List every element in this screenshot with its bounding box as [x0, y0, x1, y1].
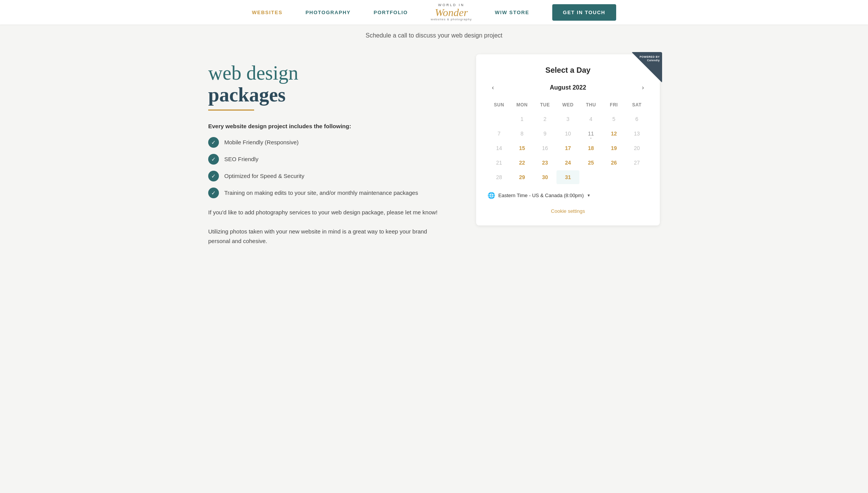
- nav-portfolio[interactable]: PORTFOLIO: [374, 10, 408, 15]
- calendar-day-3: 3: [556, 112, 579, 126]
- calendar-week-2: 7 8 9 10 11 12 13: [488, 127, 648, 140]
- calendar-day-5: 5: [602, 112, 625, 126]
- calendar-day-31[interactable]: 31: [556, 170, 579, 184]
- navigation: WEBSITES PHOTOGRAPHY PORTFOLIO WORLD IN …: [0, 0, 868, 24]
- month-label: August 2022: [550, 84, 586, 91]
- dropdown-arrow-icon: ▼: [587, 193, 591, 198]
- calendar-week-4: 21 22 23 24 25 26 27: [488, 156, 648, 170]
- day-header-sun: SUN: [488, 101, 511, 109]
- feature-item-2: ✓ SEO Friendly: [208, 154, 445, 165]
- calendar-day-25[interactable]: 25: [579, 156, 602, 170]
- check-icon-2: ✓: [208, 154, 219, 165]
- get-in-touch-button[interactable]: GET IN TOUCH: [552, 4, 616, 21]
- calendly-badge-text: POWERED BY Calendly: [639, 55, 660, 62]
- calendar-day-18[interactable]: 18: [579, 141, 602, 155]
- calendar-day-11: 11: [579, 127, 602, 140]
- main-content: web design packages Every website design…: [185, 39, 683, 261]
- day-header-wed: WED: [556, 101, 579, 109]
- calendar-day-23[interactable]: 23: [534, 156, 556, 170]
- calendar-nav: ‹ August 2022 ›: [488, 82, 648, 93]
- left-panel: web design packages Every website design…: [208, 54, 445, 246]
- calendar-day-12[interactable]: 12: [602, 127, 625, 140]
- feature-item-3: ✓ Optimized for Speed & Security: [208, 171, 445, 181]
- nav-websites[interactable]: WEBSITES: [252, 10, 282, 15]
- features-title: Every website design project includes th…: [208, 123, 445, 129]
- calendar-day-7: 7: [488, 127, 511, 140]
- calendar-week-5: 28 29 30 31: [488, 170, 648, 184]
- day-header-thu: THU: [579, 101, 602, 109]
- calendar-grid: SUN MON TUE WED THU FRI SAT 1 2 3 4: [488, 101, 648, 184]
- calendar-day-empty-3: [625, 170, 648, 184]
- calendar-day-14: 14: [488, 141, 511, 155]
- cookie-settings-link[interactable]: Cookie settings: [488, 208, 648, 214]
- calendar-week-3: 14 15 16 17 18 19 20: [488, 141, 648, 155]
- calendar-day-1: 1: [511, 112, 534, 126]
- next-month-button[interactable]: ›: [638, 82, 648, 93]
- body-text-2: Utilizing photos taken with your new web…: [208, 227, 445, 246]
- calendar-day-6: 6: [625, 112, 648, 126]
- schedule-subtitle: Schedule a call to discuss your web desi…: [365, 32, 503, 39]
- check-icon-4: ✓: [208, 188, 219, 198]
- calendar-container: POWERED BY Calendly Select a Day ‹ Augus…: [476, 54, 660, 225]
- calendar-weeks: 1 2 3 4 5 6 7 8 9 10 11 12: [488, 112, 648, 184]
- site-logo: WORLD IN Wonder websites & photography: [431, 3, 472, 21]
- calendar-day-20: 20: [625, 141, 648, 155]
- day-headers: SUN MON TUE WED THU FRI SAT: [488, 101, 648, 109]
- heading-underline: [208, 109, 254, 111]
- calendar-day-30[interactable]: 30: [534, 170, 556, 184]
- calendar-day-29[interactable]: 29: [511, 170, 534, 184]
- timezone-row: 🌐 Eastern Time - US & Canada (8:00pm) ▼: [488, 192, 648, 199]
- prev-month-button[interactable]: ‹: [488, 82, 498, 93]
- check-icon-1: ✓: [208, 137, 219, 148]
- feature-text-3: Optimized for Speed & Security: [224, 171, 304, 180]
- calendar-day-2: 2: [534, 112, 556, 126]
- calendar-day-9: 9: [534, 127, 556, 140]
- globe-icon: 🌐: [488, 192, 495, 199]
- calendar-day-4: 4: [579, 112, 602, 126]
- calendar-day-13: 13: [625, 127, 648, 140]
- feature-text-2: SEO Friendly: [224, 154, 258, 163]
- nav-photography[interactable]: PHOTOGRAPHY: [305, 10, 351, 15]
- calendar-day-21: 21: [488, 156, 511, 170]
- feature-text-1: Mobile Friendly (Responsive): [224, 137, 299, 146]
- page-heading: web design packages: [208, 62, 445, 111]
- calendar-day-empty-2: [602, 170, 625, 184]
- calendar-day-10: 10: [556, 127, 579, 140]
- calendar-day-28: 28: [488, 170, 511, 184]
- right-panel: POWERED BY Calendly Select a Day ‹ Augus…: [476, 54, 660, 246]
- calendar-day-27: 27: [625, 156, 648, 170]
- calendar-day-16: 16: [534, 141, 556, 155]
- feature-item-1: ✓ Mobile Friendly (Responsive): [208, 137, 445, 148]
- day-header-mon: MON: [511, 101, 534, 109]
- heading-line2: packages: [208, 84, 445, 106]
- calendar-day-15[interactable]: 15: [511, 141, 534, 155]
- check-icon-3: ✓: [208, 171, 219, 181]
- calendar-week-1: 1 2 3 4 5 6: [488, 112, 648, 126]
- calendar-day-19[interactable]: 19: [602, 141, 625, 155]
- body-text-1: If you'd like to add photography service…: [208, 207, 445, 217]
- calendar-day-26[interactable]: 26: [602, 156, 625, 170]
- day-header-tue: TUE: [534, 101, 556, 109]
- day-header-fri: FRI: [602, 101, 625, 109]
- calendar-day-22[interactable]: 22: [511, 156, 534, 170]
- day-header-sat: SAT: [625, 101, 648, 109]
- nav-wiw-store[interactable]: WIW STORE: [495, 10, 529, 15]
- calendar-day-24[interactable]: 24: [556, 156, 579, 170]
- calendar-day-empty: [488, 112, 511, 126]
- calendar-title: Select a Day: [488, 66, 648, 75]
- timezone-label[interactable]: Eastern Time - US & Canada (8:00pm): [498, 193, 584, 198]
- calendar-day-empty-1: [579, 170, 602, 184]
- feature-text-4: Training on making edits to your site, a…: [224, 188, 418, 197]
- feature-item-4: ✓ Training on making edits to your site,…: [208, 188, 445, 198]
- heading-line1: web design: [208, 62, 445, 84]
- calendar-day-8: 8: [511, 127, 534, 140]
- calendar-day-17[interactable]: 17: [556, 141, 579, 155]
